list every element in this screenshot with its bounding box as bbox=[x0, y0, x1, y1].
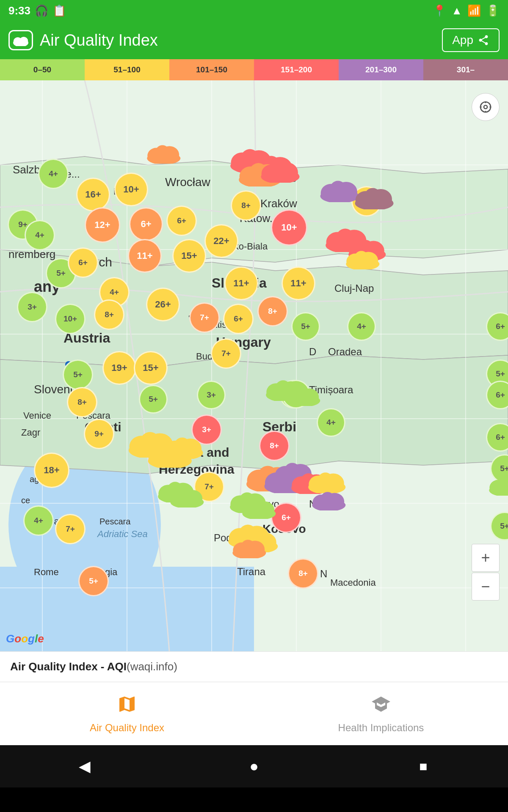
svg-text:Adriatic Sea: Adriatic Sea bbox=[97, 529, 148, 539]
aqi-marker[interactable]: 7+ bbox=[211, 338, 241, 369]
map-container[interactable]: any Czech Austria Slovenia Croati Bosnia… bbox=[0, 80, 508, 651]
svg-point-178 bbox=[484, 105, 487, 109]
aqi-marker[interactable]: 5+ bbox=[78, 566, 109, 596]
svg-text:N: N bbox=[320, 568, 327, 579]
aqi-marker[interactable]: 12+ bbox=[85, 207, 120, 243]
aqi-marker[interactable]: 3+ bbox=[197, 381, 226, 409]
svg-text:Macedonia: Macedonia bbox=[330, 577, 376, 588]
aqi-marker[interactable]: 4+ bbox=[317, 408, 345, 437]
aqi-marker[interactable]: 15+ bbox=[172, 239, 206, 273]
svg-text:Zagr: Zagr bbox=[21, 427, 40, 438]
aqi-marker[interactable]: 6+ bbox=[129, 207, 163, 241]
aqi-marker[interactable]: 10+ bbox=[271, 209, 307, 246]
aqi-marker[interactable]: 4+ bbox=[347, 312, 376, 341]
zoom-out-button[interactable]: − bbox=[472, 573, 500, 601]
cloud-marker[interactable] bbox=[161, 433, 207, 461]
svg-text:nremberg: nremberg bbox=[8, 248, 55, 261]
aqi-marker[interactable]: 8+ bbox=[257, 296, 288, 326]
aqi-marker[interactable]: 8+ bbox=[231, 190, 261, 221]
aqi-marker[interactable]: 10+ bbox=[114, 173, 148, 206]
location-button[interactable] bbox=[472, 93, 500, 121]
svg-text:Wrocław: Wrocław bbox=[165, 176, 211, 189]
legend-good: 0–50 bbox=[0, 59, 85, 80]
svg-text:D: D bbox=[309, 346, 316, 357]
svg-text:Pescara: Pescara bbox=[99, 517, 131, 526]
svg-point-85 bbox=[330, 181, 346, 197]
svg-point-2 bbox=[19, 37, 28, 44]
cloud-marker[interactable] bbox=[309, 488, 349, 512]
svg-text:Rome: Rome bbox=[34, 567, 59, 577]
nav-label-health: Health Implications bbox=[338, 722, 424, 734]
legend-bar: 0–50 51–100 101–150 151–200 201–300 301– bbox=[0, 59, 508, 80]
aqi-marker[interactable]: 15+ bbox=[134, 351, 168, 385]
app-button[interactable]: App bbox=[442, 28, 500, 52]
aqi-marker[interactable]: 4+ bbox=[38, 159, 69, 189]
svg-text:ce: ce bbox=[21, 496, 30, 505]
location-icon: 📍 bbox=[433, 4, 446, 17]
aqi-marker[interactable]: 9+ bbox=[84, 419, 114, 449]
google-logo: Google bbox=[6, 632, 44, 645]
aqi-marker[interactable]: 10+ bbox=[55, 304, 86, 334]
legend-hazardous: 301– bbox=[423, 59, 508, 80]
aqi-marker[interactable]: 8+ bbox=[259, 431, 290, 461]
aqi-marker[interactable]: 18+ bbox=[34, 453, 69, 488]
aqi-marker[interactable]: 22+ bbox=[204, 224, 238, 258]
aqi-marker[interactable]: 19+ bbox=[102, 351, 136, 385]
recent-apps-button[interactable]: ■ bbox=[411, 754, 436, 779]
svg-point-89 bbox=[364, 188, 381, 204]
app-logo-icon bbox=[8, 30, 33, 50]
android-nav-bar: ◀ ● ■ bbox=[0, 745, 508, 787]
svg-point-179 bbox=[480, 102, 491, 112]
wifi-icon: ▲ bbox=[451, 4, 462, 17]
svg-point-121 bbox=[174, 438, 190, 454]
aqi-marker[interactable]: 11+ bbox=[282, 266, 315, 300]
aqi-marker[interactable]: 4+ bbox=[23, 505, 54, 536]
aqi-marker[interactable]: 7+ bbox=[189, 302, 220, 333]
svg-point-173 bbox=[241, 540, 255, 554]
header-title: Air Quality Index bbox=[40, 31, 158, 49]
battery-icon: 🔋 bbox=[486, 4, 500, 17]
svg-point-65 bbox=[155, 145, 169, 159]
aqi-marker[interactable]: 3+ bbox=[17, 292, 47, 322]
aqi-marker[interactable]: 11+ bbox=[128, 239, 162, 273]
cloud-marker[interactable] bbox=[144, 142, 184, 165]
svg-point-161 bbox=[320, 492, 334, 506]
svg-point-157 bbox=[318, 472, 333, 488]
aqi-marker[interactable]: 16+ bbox=[76, 178, 110, 211]
aqi-marker[interactable]: 6+ bbox=[68, 247, 98, 278]
cloud-marker[interactable] bbox=[257, 157, 303, 184]
cloud-marker[interactable] bbox=[167, 486, 207, 509]
status-bar: 9:33 🎧 📋 📍 ▲ 📶 🔋 bbox=[0, 0, 508, 21]
legend-very-unhealthy: 201–300 bbox=[339, 59, 423, 80]
aqi-marker[interactable]: 7+ bbox=[55, 514, 86, 544]
nav-tab-health[interactable]: Health Implications bbox=[254, 687, 508, 741]
home-button[interactable]: ● bbox=[241, 754, 267, 779]
cloud-marker[interactable] bbox=[343, 247, 383, 271]
svg-point-81 bbox=[271, 162, 287, 178]
aqi-marker[interactable]: 6+ bbox=[223, 304, 254, 334]
aqi-marker[interactable]: 8+ bbox=[288, 558, 318, 589]
nav-label-aqi: Air Quality Index bbox=[90, 722, 164, 734]
cloud-marker[interactable] bbox=[284, 384, 323, 408]
cloud-marker[interactable] bbox=[229, 536, 269, 560]
svg-text:Kraków: Kraków bbox=[260, 197, 297, 210]
aqi-marker[interactable]: 11+ bbox=[224, 266, 258, 300]
aqi-marker[interactable]: 8+ bbox=[67, 387, 97, 417]
back-button[interactable]: ◀ bbox=[72, 754, 97, 779]
cloud-marker[interactable] bbox=[486, 474, 508, 497]
nav-tab-aqi[interactable]: Air Quality Index bbox=[0, 687, 254, 741]
aqi-marker[interactable]: 26+ bbox=[146, 288, 180, 321]
aqi-marker[interactable]: 4+ bbox=[25, 220, 55, 250]
aqi-marker[interactable]: 8+ bbox=[94, 299, 124, 330]
bottom-nav: Air Quality Index Health Implications bbox=[0, 682, 508, 745]
map-icon bbox=[117, 694, 137, 719]
header: Air Quality Index App bbox=[0, 21, 508, 59]
zoom-in-button[interactable]: + bbox=[472, 544, 500, 572]
aqi-marker[interactable]: 5+ bbox=[139, 385, 168, 414]
cloud-marker[interactable] bbox=[239, 497, 279, 521]
aqi-marker[interactable]: 5+ bbox=[291, 312, 320, 341]
cloud-marker[interactable] bbox=[351, 184, 397, 211]
aqi-marker[interactable]: 6+ bbox=[166, 206, 197, 236]
aqi-marker[interactable]: 5+ bbox=[63, 359, 93, 390]
legend-unhealthy-sensitive: 101–150 bbox=[169, 59, 254, 80]
